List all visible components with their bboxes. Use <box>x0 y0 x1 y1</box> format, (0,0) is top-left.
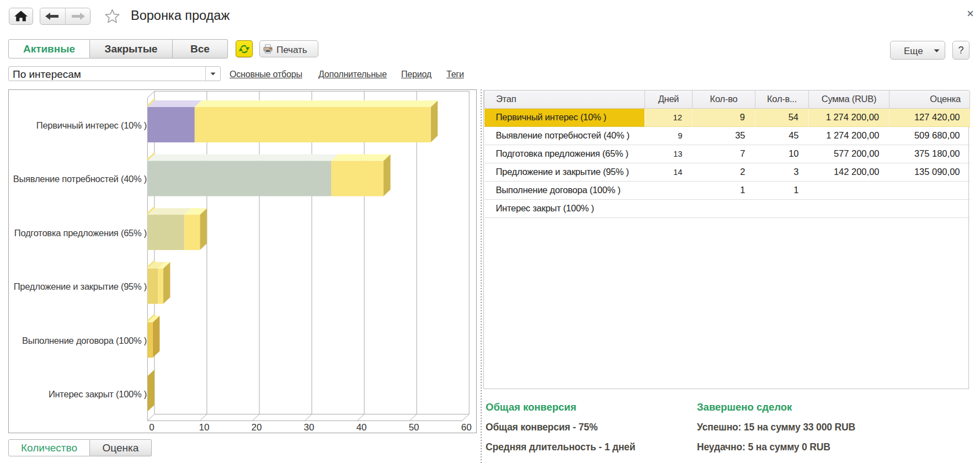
svg-text:Первичный интерес (10% ): Первичный интерес (10% ) <box>36 120 147 130</box>
svg-text:0: 0 <box>149 422 154 433</box>
svg-text:Выполнение договора (100% ): Выполнение договора (100% ) <box>22 336 147 345</box>
svg-text:Предложение и закрытие (95% ): Предложение и закрытие (95% ) <box>14 281 147 291</box>
svg-text:Интерес закрыт (100% ): Интерес закрыт (100% ) <box>49 389 147 399</box>
svg-text:40: 40 <box>356 422 367 433</box>
svg-text:10: 10 <box>199 422 209 433</box>
svg-text:30: 30 <box>304 422 315 433</box>
svg-text:20: 20 <box>252 422 262 433</box>
svg-text:Подготовка предложения (65% ): Подготовка предложения (65% ) <box>14 228 147 238</box>
svg-text:50: 50 <box>409 422 419 433</box>
svg-text:Выявление потребностей (40% ): Выявление потребностей (40% ) <box>13 174 147 184</box>
svg-text:60: 60 <box>461 422 472 433</box>
